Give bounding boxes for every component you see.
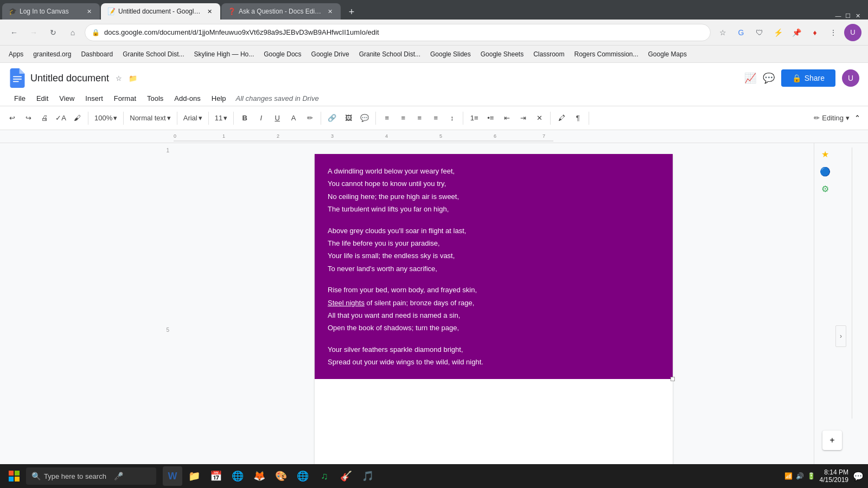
explorer-app[interactable]: 📁 (184, 466, 204, 486)
bookmark-granite3[interactable]: Granite School Dist... (355, 49, 425, 60)
highlight-button[interactable]: ✏ (302, 111, 317, 126)
comment-icon[interactable]: 💬 (763, 72, 775, 84)
firefox-app[interactable]: 🦊 (250, 466, 269, 486)
menu-view[interactable]: View (54, 92, 80, 105)
bookmark-classroom[interactable]: Classroom (529, 49, 569, 60)
align-right-button[interactable]: ≡ (412, 111, 427, 126)
resize-handle[interactable] (671, 377, 675, 381)
numbered-list-button[interactable]: 1≡ (467, 111, 482, 126)
side-panel-icon-2[interactable]: 🔵 (819, 165, 832, 178)
bookmark-gdocs[interactable]: Google Docs (259, 49, 305, 60)
extensions-icon[interactable]: G (733, 25, 749, 40)
size-dropdown[interactable]: 11 ▾ (212, 111, 230, 126)
share-button[interactable]: 🔒 Share (781, 69, 835, 87)
user-avatar[interactable]: U (844, 24, 861, 41)
refresh-button[interactable]: ↻ (46, 25, 61, 40)
image-button[interactable]: 🖼 (341, 111, 356, 126)
print-button[interactable]: 🖨 (37, 111, 52, 126)
notifications-icon[interactable]: 💬 (853, 471, 864, 481)
tab-docs[interactable]: 📝 Untitled document - Google Do... ✕ (101, 3, 220, 20)
menu-tools[interactable]: Tools (142, 92, 169, 105)
new-tab-button[interactable]: + (344, 4, 359, 20)
bookmark-star-icon[interactable]: ☆ (715, 25, 730, 40)
menu-file[interactable]: File (9, 92, 31, 105)
clear-format-button[interactable]: ✕ (532, 111, 547, 126)
bold-button[interactable]: B (237, 111, 252, 126)
bookmark-gsheets[interactable]: Google Sheets (476, 49, 528, 60)
battery-icon[interactable]: 🔋 (807, 472, 815, 480)
bookmark-apps[interactable]: Apps (4, 49, 28, 60)
align-center-button[interactable]: ≡ (395, 111, 411, 126)
photoshop-app[interactable]: 🎨 (271, 466, 291, 486)
microphone-icon[interactable]: 🎤 (114, 472, 123, 480)
user-profile-avatar[interactable]: U (842, 69, 859, 87)
doc-container[interactable]: A dwindling world below your weary feet,… (174, 143, 814, 464)
spotify-app[interactable]: ♫ (315, 466, 334, 486)
side-panel-icon-1[interactable]: ★ (819, 147, 832, 160)
paint-format-button[interactable]: 🖌 (69, 111, 85, 126)
maximize-button[interactable]: ☐ (844, 12, 852, 20)
chrome-app[interactable]: 🌐 (293, 466, 312, 486)
network-icon[interactable]: 📶 (784, 472, 793, 480)
calendar-app[interactable]: 📅 (206, 466, 226, 486)
explore-button[interactable]: + (822, 431, 842, 450)
bookmark-gslides[interactable]: Google Slides (426, 49, 475, 60)
decrease-indent-button[interactable]: ⇤ (499, 111, 514, 126)
bookmark-gdrive[interactable]: Google Drive (307, 49, 354, 60)
bookmark-granite2[interactable]: Granite School Dist... (118, 49, 188, 60)
poem-box[interactable]: A dwindling world below your weary feet,… (315, 154, 673, 379)
zoom-dropdown[interactable]: 100% ▾ (92, 111, 120, 126)
text-color-button[interactable]: A (286, 111, 301, 126)
word-app[interactable]: W (163, 466, 182, 486)
menu-dots-icon[interactable]: ⋮ (826, 25, 841, 40)
underline-button[interactable]: U (270, 111, 285, 126)
ext5-icon[interactable]: ♦ (807, 25, 822, 40)
favorite-icon[interactable]: ☆ (116, 74, 122, 82)
menu-format[interactable]: Format (108, 92, 142, 105)
app2-icon[interactable]: 🎸 (336, 466, 356, 486)
align-left-button[interactable]: ≡ (379, 111, 394, 126)
ext2-icon[interactable]: 🛡 (752, 25, 767, 40)
tab-canvas[interactable]: 🎓 Log In to Canvas ✕ (2, 3, 100, 20)
doc-title[interactable]: Untitled document (30, 73, 109, 84)
expand-panel-button[interactable]: › (835, 325, 846, 347)
align-justify-button[interactable]: ≡ (428, 111, 443, 126)
bookmark-skyline[interactable]: Skyline High — Ho... (190, 49, 259, 60)
ext4-icon[interactable]: 📌 (789, 25, 804, 40)
tab-ask[interactable]: ❓ Ask a Question - Docs Editors H... ✕ (221, 3, 341, 20)
bookmark-dashboard[interactable]: Dashboard (76, 49, 117, 60)
menu-insert[interactable]: Insert (80, 92, 108, 105)
increase-indent-button[interactable]: ⇥ (515, 111, 531, 126)
highlight-color-button[interactable]: 🖍 (554, 111, 569, 126)
activity-icon[interactable]: 📈 (744, 72, 756, 84)
tab-canvas-close[interactable]: ✕ (85, 7, 93, 16)
undo-button[interactable]: ↩ (4, 111, 20, 126)
font-dropdown[interactable]: Arial ▾ (181, 111, 205, 126)
line-spacing-button[interactable]: ↕ (444, 111, 459, 126)
minimize-button[interactable]: — (834, 12, 842, 20)
ext3-icon[interactable]: ⚡ (770, 25, 786, 40)
tab-docs-close[interactable]: ✕ (205, 7, 214, 16)
redo-button[interactable]: ↪ (21, 111, 36, 126)
menu-addons[interactable]: Add-ons (169, 92, 206, 105)
start-button[interactable] (4, 466, 24, 486)
style-dropdown[interactable]: Normal text ▾ (127, 111, 173, 126)
close-button[interactable]: ✕ (854, 12, 861, 20)
app3-icon[interactable]: 🎵 (358, 466, 378, 486)
comment-add-button[interactable]: 💬 (357, 111, 372, 126)
forward-button[interactable]: → (26, 25, 41, 40)
bookmark-granite[interactable]: granitesd.org (29, 49, 75, 60)
toolbar-collapse-button[interactable]: ⌃ (851, 112, 864, 125)
side-panel-icon-3[interactable]: ⚙ (819, 182, 832, 195)
taskbar-search[interactable]: 🔍 Type here to search 🎤 (26, 467, 156, 485)
bookmark-rogers[interactable]: Rogers Commission... (570, 49, 643, 60)
italic-button[interactable]: I (253, 111, 269, 126)
edge-app[interactable]: 🌐 (228, 466, 247, 486)
menu-edit[interactable]: Edit (31, 92, 54, 105)
link-button[interactable]: 🔗 (324, 111, 340, 126)
back-button[interactable]: ← (7, 25, 22, 40)
spellcheck-button[interactable]: ✓A (53, 111, 68, 126)
bullet-list-button[interactable]: •≡ (483, 111, 498, 126)
editing-chevron-icon[interactable]: ▾ (846, 114, 850, 122)
folder-icon[interactable]: 📁 (129, 74, 137, 82)
